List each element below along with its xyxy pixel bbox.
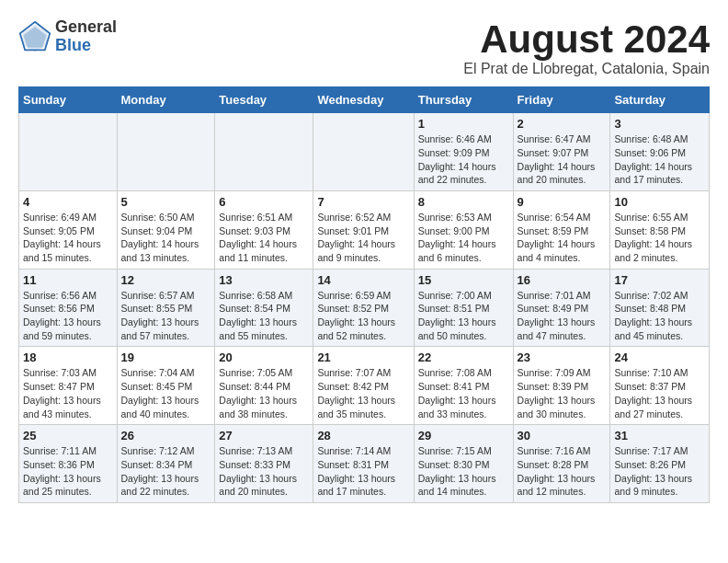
title-block: August 2024 El Prat de Llobregat, Catalo… [463, 18, 710, 77]
header-thursday: Thursday [414, 87, 513, 113]
day-number: 24 [614, 350, 705, 364]
calendar-cell: 11Sunrise: 6:56 AM Sunset: 8:56 PM Dayli… [19, 269, 118, 347]
calendar-cell: 23Sunrise: 7:09 AM Sunset: 8:39 PM Dayli… [513, 347, 610, 425]
day-info: Sunrise: 7:09 AM Sunset: 8:39 PM Dayligh… [518, 366, 607, 420]
calendar-cell: 16Sunrise: 7:01 AM Sunset: 8:49 PM Dayli… [513, 269, 610, 347]
main-title: August 2024 [463, 18, 710, 61]
day-number: 15 [418, 273, 509, 287]
day-number: 18 [23, 350, 113, 364]
day-info: Sunrise: 6:52 AM Sunset: 9:01 PM Dayligh… [317, 211, 409, 265]
header-saturday: Saturday [610, 87, 710, 113]
day-info: Sunrise: 7:02 AM Sunset: 8:48 PM Dayligh… [614, 289, 705, 343]
day-number: 29 [418, 429, 509, 442]
day-number: 4 [23, 195, 113, 209]
day-info: Sunrise: 7:15 AM Sunset: 8:30 PM Dayligh… [418, 444, 509, 499]
calendar-cell: 3Sunrise: 6:48 AM Sunset: 9:06 PM Daylig… [610, 113, 710, 191]
day-info: Sunrise: 7:04 AM Sunset: 8:45 PM Dayligh… [121, 366, 211, 420]
day-info: Sunrise: 7:13 AM Sunset: 8:33 PM Dayligh… [219, 444, 309, 499]
day-info: Sunrise: 6:53 AM Sunset: 9:00 PM Dayligh… [418, 211, 509, 265]
week-row-2: 4Sunrise: 6:49 AM Sunset: 9:05 PM Daylig… [19, 190, 710, 269]
page-header: General Blue August 2024 El Prat de Llob… [18, 18, 710, 77]
day-info: Sunrise: 6:46 AM Sunset: 9:09 PM Dayligh… [418, 132, 509, 187]
logo-general: General [55, 18, 117, 37]
day-info: Sunrise: 7:03 AM Sunset: 8:47 PM Dayligh… [23, 366, 113, 420]
day-info: Sunrise: 6:59 AM Sunset: 8:52 PM Dayligh… [317, 289, 409, 343]
day-info: Sunrise: 6:54 AM Sunset: 8:59 PM Dayligh… [518, 211, 607, 265]
day-info: Sunrise: 6:55 AM Sunset: 8:58 PM Dayligh… [614, 211, 705, 265]
day-number: 1 [418, 117, 509, 131]
header-row: SundayMondayTuesdayWednesdayThursdayFrid… [19, 87, 710, 113]
day-info: Sunrise: 7:11 AM Sunset: 8:36 PM Dayligh… [23, 444, 113, 499]
logo-text: General Blue [55, 18, 117, 55]
day-info: Sunrise: 6:48 AM Sunset: 9:06 PM Dayligh… [614, 132, 705, 187]
calendar-cell: 27Sunrise: 7:13 AM Sunset: 8:33 PM Dayli… [215, 425, 313, 503]
calendar-cell: 28Sunrise: 7:14 AM Sunset: 8:31 PM Dayli… [313, 425, 414, 503]
day-number: 12 [121, 273, 211, 287]
day-info: Sunrise: 7:01 AM Sunset: 8:49 PM Dayligh… [518, 289, 607, 343]
day-number: 11 [23, 273, 113, 287]
day-number: 25 [23, 429, 113, 442]
day-number: 22 [418, 350, 509, 364]
header-tuesday: Tuesday [215, 87, 313, 113]
day-info: Sunrise: 6:50 AM Sunset: 9:04 PM Dayligh… [121, 211, 211, 265]
week-row-4: 18Sunrise: 7:03 AM Sunset: 8:47 PM Dayli… [19, 347, 710, 425]
day-number: 21 [317, 350, 409, 364]
calendar-cell [313, 113, 414, 191]
week-row-3: 11Sunrise: 6:56 AM Sunset: 8:56 PM Dayli… [19, 269, 710, 347]
day-number: 14 [317, 273, 409, 287]
calendar-cell: 13Sunrise: 6:58 AM Sunset: 8:54 PM Dayli… [215, 269, 313, 347]
day-number: 5 [121, 195, 211, 209]
calendar-table: SundayMondayTuesdayWednesdayThursdayFrid… [18, 86, 710, 503]
day-info: Sunrise: 6:56 AM Sunset: 8:56 PM Dayligh… [23, 289, 113, 343]
day-number: 16 [518, 273, 607, 287]
day-number: 13 [219, 273, 309, 287]
calendar-cell: 1Sunrise: 6:46 AM Sunset: 9:09 PM Daylig… [414, 113, 513, 191]
calendar-cell: 24Sunrise: 7:10 AM Sunset: 8:37 PM Dayli… [610, 347, 710, 425]
header-wednesday: Wednesday [313, 87, 414, 113]
day-number: 19 [121, 350, 211, 364]
calendar-cell [19, 113, 118, 191]
day-info: Sunrise: 7:14 AM Sunset: 8:31 PM Dayligh… [317, 444, 409, 499]
day-info: Sunrise: 6:57 AM Sunset: 8:55 PM Dayligh… [121, 289, 211, 343]
day-number: 8 [418, 195, 509, 209]
day-info: Sunrise: 7:05 AM Sunset: 8:44 PM Dayligh… [219, 366, 309, 420]
calendar-cell: 17Sunrise: 7:02 AM Sunset: 8:48 PM Dayli… [610, 269, 710, 347]
day-number: 31 [614, 429, 705, 442]
calendar-cell: 8Sunrise: 6:53 AM Sunset: 9:00 PM Daylig… [414, 190, 513, 269]
calendar-cell: 19Sunrise: 7:04 AM Sunset: 8:45 PM Dayli… [117, 347, 215, 425]
calendar-cell: 26Sunrise: 7:12 AM Sunset: 8:34 PM Dayli… [117, 425, 215, 503]
calendar-cell: 2Sunrise: 6:47 AM Sunset: 9:07 PM Daylig… [513, 113, 610, 191]
calendar-cell: 14Sunrise: 6:59 AM Sunset: 8:52 PM Dayli… [313, 269, 414, 347]
calendar-cell: 4Sunrise: 6:49 AM Sunset: 9:05 PM Daylig… [19, 190, 118, 269]
day-info: Sunrise: 7:16 AM Sunset: 8:28 PM Dayligh… [518, 444, 607, 499]
day-number: 28 [317, 429, 409, 442]
calendar-cell: 22Sunrise: 7:08 AM Sunset: 8:41 PM Dayli… [414, 347, 513, 425]
calendar-cell: 9Sunrise: 6:54 AM Sunset: 8:59 PM Daylig… [513, 190, 610, 269]
calendar-cell: 29Sunrise: 7:15 AM Sunset: 8:30 PM Dayli… [414, 425, 513, 503]
day-number: 7 [317, 195, 409, 209]
day-number: 3 [614, 117, 705, 131]
calendar-cell: 15Sunrise: 7:00 AM Sunset: 8:51 PM Dayli… [414, 269, 513, 347]
day-number: 26 [121, 429, 211, 442]
logo: General Blue [18, 18, 117, 55]
day-info: Sunrise: 7:17 AM Sunset: 8:26 PM Dayligh… [614, 444, 705, 499]
calendar-cell: 12Sunrise: 6:57 AM Sunset: 8:55 PM Dayli… [117, 269, 215, 347]
calendar-cell: 25Sunrise: 7:11 AM Sunset: 8:36 PM Dayli… [19, 425, 118, 503]
day-number: 2 [518, 117, 607, 131]
calendar-cell: 30Sunrise: 7:16 AM Sunset: 8:28 PM Dayli… [513, 425, 610, 503]
day-info: Sunrise: 7:07 AM Sunset: 8:42 PM Dayligh… [317, 366, 409, 420]
week-row-1: 1Sunrise: 6:46 AM Sunset: 9:09 PM Daylig… [19, 113, 710, 191]
header-sunday: Sunday [19, 87, 118, 113]
calendar-cell: 5Sunrise: 6:50 AM Sunset: 9:04 PM Daylig… [117, 190, 215, 269]
logo-icon [18, 20, 51, 53]
logo-blue: Blue [55, 37, 117, 55]
calendar-header: SundayMondayTuesdayWednesdayThursdayFrid… [19, 87, 710, 113]
calendar-cell: 31Sunrise: 7:17 AM Sunset: 8:26 PM Dayli… [610, 425, 710, 503]
calendar-cell: 18Sunrise: 7:03 AM Sunset: 8:47 PM Dayli… [19, 347, 118, 425]
day-info: Sunrise: 6:58 AM Sunset: 8:54 PM Dayligh… [219, 289, 309, 343]
day-info: Sunrise: 6:49 AM Sunset: 9:05 PM Dayligh… [23, 211, 113, 265]
day-number: 27 [219, 429, 309, 442]
day-number: 23 [518, 350, 607, 364]
calendar-cell: 6Sunrise: 6:51 AM Sunset: 9:03 PM Daylig… [215, 190, 313, 269]
day-info: Sunrise: 6:47 AM Sunset: 9:07 PM Dayligh… [518, 132, 607, 187]
